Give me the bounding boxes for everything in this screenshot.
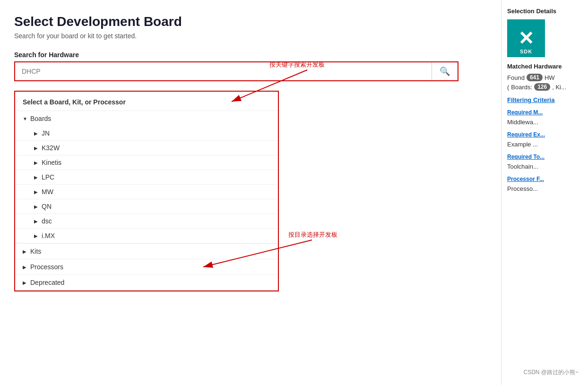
found-suffix: HW: [545, 74, 555, 81]
tree-item-boards: Boards JN K32W Kinetis: [15, 111, 278, 244]
sdk-icon: ✕ SDK: [507, 19, 545, 57]
required-middleware-label: Required M...: [507, 109, 582, 116]
mw-arrow: [34, 189, 42, 195]
search-icon: 🔍: [440, 67, 450, 76]
deprecated-arrow: [23, 280, 30, 285]
kits-suffix: , Ki...: [552, 84, 566, 91]
kits-label: Kits: [30, 248, 41, 255]
list-item[interactable]: MW: [15, 185, 278, 199]
kits-arrow: [23, 249, 30, 254]
found-count-badge: 641: [527, 74, 543, 81]
processor-value: Processo...: [507, 185, 582, 192]
dsc-label: dsc: [42, 217, 52, 225]
processors-label: Processors: [30, 263, 63, 271]
list-item[interactable]: i.MX: [15, 229, 278, 243]
lpc-label: LPC: [42, 173, 54, 181]
search-row: 🔍: [14, 61, 492, 81]
deprecated-label: Deprecated: [30, 279, 64, 286]
list-item[interactable]: QN: [15, 199, 278, 214]
example-value: Example ...: [507, 141, 582, 148]
middleware-value: Middlewa...: [507, 119, 582, 126]
board-selector-title: Select a Board, Kit, or Processor: [15, 92, 278, 111]
sdk-label-text: SDK: [520, 49, 532, 54]
search-section: Search for Hardware 🔍: [14, 51, 492, 81]
kinetis-label: Kinetis: [42, 159, 61, 166]
matched-hardware-title: Matched Hardware: [507, 63, 582, 70]
qn-arrow: [34, 204, 42, 209]
processors-row[interactable]: Processors: [15, 259, 278, 274]
required-example-label: Required Ex...: [507, 131, 582, 138]
selection-details-title: Selection Details: [507, 8, 582, 15]
processor-family-label: Processor F...: [507, 176, 582, 182]
search-label: Search for Hardware: [14, 51, 492, 59]
required-toolchain-label: Required To...: [507, 154, 582, 160]
list-item[interactable]: K32W: [15, 141, 278, 155]
right-sidebar: Selection Details ✕ SDK Matched Hardware…: [501, 0, 588, 385]
k32w-arrow: [34, 145, 42, 151]
boards-count-badge: 126: [534, 83, 550, 91]
tree-item-deprecated: Deprecated: [15, 275, 278, 291]
list-item[interactable]: JN: [15, 126, 278, 141]
kits-row[interactable]: Kits: [15, 244, 278, 259]
board-selector-box: Select a Board, Kit, or Processor Boards…: [14, 91, 279, 291]
boards-children: JN K32W Kinetis LPC: [15, 126, 278, 243]
search-input-wrapper: 🔍: [14, 61, 458, 81]
boards-label: Boards: [30, 115, 51, 122]
imx-label: i.MX: [42, 232, 55, 240]
list-item[interactable]: Kinetis: [15, 155, 278, 170]
dsc-arrow: [34, 219, 42, 224]
filtering-criteria-title: Filtering Criteria: [507, 96, 582, 103]
tree-item-kits: Kits: [15, 244, 278, 259]
tree-item-processors: Processors: [15, 259, 278, 275]
k32w-label: K32W: [42, 144, 60, 152]
found-row: Found 641 HW: [507, 74, 582, 81]
boards-arrow: [23, 116, 30, 121]
boards-count-row: ( Boards: 126 , Ki...: [507, 83, 582, 91]
tree-list: Boards JN K32W Kinetis: [15, 111, 278, 291]
page-subtitle: Search for your board or kit to get star…: [14, 32, 492, 40]
jn-label: JN: [42, 129, 50, 137]
imx-arrow: [34, 233, 42, 239]
deprecated-row[interactable]: Deprecated: [15, 275, 278, 290]
boards-paren-open: (: [507, 84, 509, 91]
search-button[interactable]: 🔍: [432, 62, 458, 80]
sdk-x-symbol: ✕: [518, 29, 534, 48]
list-item[interactable]: dsc: [15, 214, 278, 229]
search-input[interactable]: [15, 63, 432, 80]
boards-row[interactable]: Boards: [15, 111, 278, 126]
qn-label: QN: [42, 203, 52, 210]
mw-label: MW: [42, 188, 53, 196]
found-label: Found: [507, 74, 525, 81]
csdn-watermark: CSDN @路过的小熊~: [523, 368, 579, 376]
jn-arrow: [34, 131, 42, 136]
kinetis-arrow: [34, 160, 42, 165]
list-item[interactable]: LPC: [15, 170, 278, 185]
boards-count-label: Boards:: [511, 84, 532, 91]
lpc-arrow: [34, 175, 42, 180]
toolchain-value: Toolchain...: [507, 163, 582, 170]
page-title: Select Development Board: [14, 14, 492, 29]
processors-arrow: [23, 265, 30, 270]
